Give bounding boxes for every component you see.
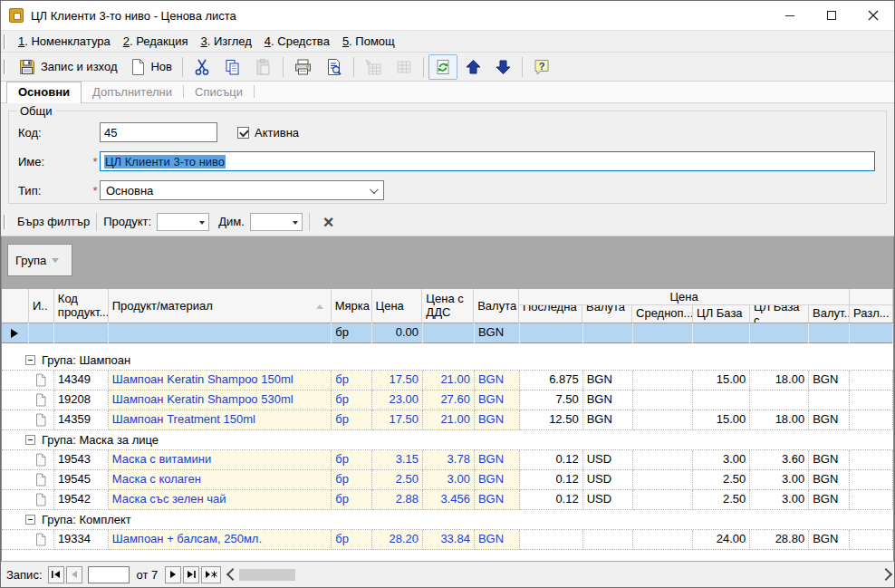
cell-cl_base[interactable]: 3.00 (693, 450, 750, 470)
grid-row-selected-new[interactable]: бр0.00BGN (2, 323, 893, 343)
cell-cl_base[interactable]: 2.50 (693, 490, 750, 510)
grid-row[interactable]: 19208Шампоан Keratin Shampoo 530mlбр23.0… (2, 390, 893, 410)
cell-code[interactable]: 19545 (54, 470, 109, 490)
cell-last_cur[interactable]: BGN (583, 390, 633, 410)
cell-cl_base_vat[interactable]: 3.00 (750, 470, 809, 490)
cell-last_cur[interactable]: BGN (583, 371, 633, 390)
cell-cl_base[interactable] (693, 323, 750, 343)
cell-currency[interactable]: BGN (475, 490, 520, 510)
column-header-price[interactable]: Цена (372, 289, 423, 323)
last-record-button[interactable] (183, 566, 199, 583)
column-header-price_vat[interactable]: Цена с ДДС (422, 289, 474, 323)
cell-currency[interactable]: BGN (475, 323, 520, 343)
cut-button[interactable] (188, 54, 217, 80)
grid-view-button[interactable] (390, 54, 419, 80)
cell-measure[interactable]: бр (332, 323, 372, 343)
cell-price_vat[interactable]: 3.78 (423, 450, 475, 470)
cell-diff[interactable] (850, 450, 893, 470)
cell-measure[interactable]: бр (332, 450, 372, 470)
cell-product[interactable]: Шампоан Keratin Shampoo 530ml (109, 390, 332, 410)
column-header-last[interactable]: Последна ... (519, 305, 582, 323)
cell-last[interactable]: 0.12 (520, 450, 583, 470)
product-filter-combobox[interactable] (157, 213, 209, 231)
cell-product[interactable]: Шампоан + балсам, 250мл. (109, 530, 332, 550)
column-header-cl_base_vat[interactable]: ЦЛ База с... (750, 305, 809, 323)
menu-item-5[interactable]: 5. Помощ (336, 32, 401, 51)
move-down-button[interactable] (489, 55, 517, 79)
column-header-currency[interactable]: Валута (474, 289, 519, 323)
name-input[interactable]: ЦЛ Клиенти 3-то ниво (100, 151, 875, 171)
cell-diff[interactable] (850, 323, 893, 343)
cell-last_cur[interactable] (583, 530, 633, 550)
column-header-measure[interactable]: Мярка (332, 289, 372, 323)
cell-price[interactable]: 2.50 (372, 470, 423, 490)
cell-last_cur[interactable] (583, 323, 633, 343)
column-header-product[interactable]: Продукт/материал (109, 289, 332, 323)
cell-last[interactable] (520, 323, 583, 343)
column-header-cl_base[interactable]: ЦЛ База (693, 305, 750, 323)
cell-price[interactable]: 2.88 (372, 490, 423, 510)
menu-item-4[interactable]: 4. Средства (258, 32, 336, 51)
pivot-button[interactable] (359, 54, 388, 80)
previous-record-button[interactable] (66, 566, 82, 583)
cell-price_vat[interactable]: 3.00 (423, 470, 475, 490)
grid-row[interactable]: 19542Маска със зелен чайбр2.883.456BGN0.… (2, 490, 893, 510)
cell-product[interactable] (109, 323, 332, 343)
cell-price_vat[interactable]: 27.60 (423, 390, 475, 410)
grid-row[interactable]: 19334Шампоан + балсам, 250мл.бр28.2033.8… (2, 530, 893, 550)
cell-measure[interactable]: бр (332, 530, 372, 550)
copy-button[interactable] (218, 54, 247, 80)
column-header-base_cur[interactable]: Валут... (809, 305, 850, 323)
cell-diff[interactable] (850, 410, 893, 430)
cell-avg[interactable] (633, 450, 694, 470)
cell-icon[interactable] (29, 323, 54, 343)
cell-diff[interactable] (850, 490, 893, 510)
cell-price[interactable]: 17.50 (372, 410, 423, 430)
cell-cl_base[interactable]: 15.00 (693, 371, 750, 390)
group-by-chip[interactable]: Група (7, 244, 72, 276)
cell-icon[interactable] (29, 410, 54, 430)
cell-code[interactable]: 19334 (54, 530, 109, 550)
cell-measure[interactable]: бр (332, 490, 372, 510)
menu-item-2[interactable]: 2. Редакция (117, 32, 195, 51)
cell-cl_base[interactable]: 15.00 (693, 410, 750, 430)
cell-code[interactable] (54, 323, 109, 343)
column-header-last_cur[interactable]: Валута ... (582, 305, 632, 323)
cell-cl_base[interactable]: 24.00 (693, 530, 750, 550)
tab-допълнителни[interactable]: Допълнителни (82, 82, 183, 102)
cell-price_vat[interactable]: 21.00 (423, 371, 475, 390)
cell-diff[interactable] (850, 470, 893, 490)
cell-diff[interactable] (850, 371, 893, 390)
cell-avg[interactable] (633, 410, 694, 430)
cell-product[interactable]: Шампоан Keratin Shampoo 150ml (109, 371, 332, 390)
menu-item-1[interactable]: 1. Номенклатура (12, 32, 117, 51)
cell-base_cur[interactable]: BGN (809, 450, 850, 470)
cell-base_cur[interactable]: BGN (809, 530, 850, 550)
cell-cl_base_vat[interactable]: 28.80 (750, 530, 809, 550)
code-input[interactable]: 45 (100, 122, 217, 142)
horizontal-scrollbar[interactable] (228, 567, 890, 583)
cell-cl_base_vat[interactable] (750, 390, 809, 410)
cell-icon[interactable] (29, 390, 54, 410)
cell-code[interactable]: 19208 (54, 390, 109, 410)
cell-cl_base_vat[interactable]: 18.00 (750, 371, 809, 390)
cell-currency[interactable]: BGN (475, 450, 520, 470)
cell-avg[interactable] (633, 390, 694, 410)
maximize-button[interactable] (811, 1, 852, 30)
scrollbar-thumb[interactable] (239, 569, 295, 581)
print-preview-button[interactable] (320, 54, 349, 80)
group-row[interactable]: Група: Комплект (2, 510, 893, 530)
cell-icon[interactable] (29, 450, 54, 470)
cell-avg[interactable] (633, 490, 694, 510)
active-checkbox[interactable] (237, 127, 249, 139)
cell-product[interactable]: Маска с витамини (109, 450, 332, 470)
cell-last_cur[interactable]: BGN (583, 410, 633, 430)
column-header-code[interactable]: Код продукт... (54, 289, 109, 323)
cell-last_cur[interactable]: USD (583, 450, 633, 470)
scroll-right-icon[interactable] (880, 568, 892, 581)
cell-price_vat[interactable]: 33.84 (423, 530, 475, 550)
save-and-exit-button[interactable]: Запис и изход (13, 54, 122, 80)
refresh-button[interactable] (428, 54, 457, 80)
dim-filter-combobox[interactable] (250, 213, 303, 231)
close-button[interactable] (852, 1, 894, 30)
